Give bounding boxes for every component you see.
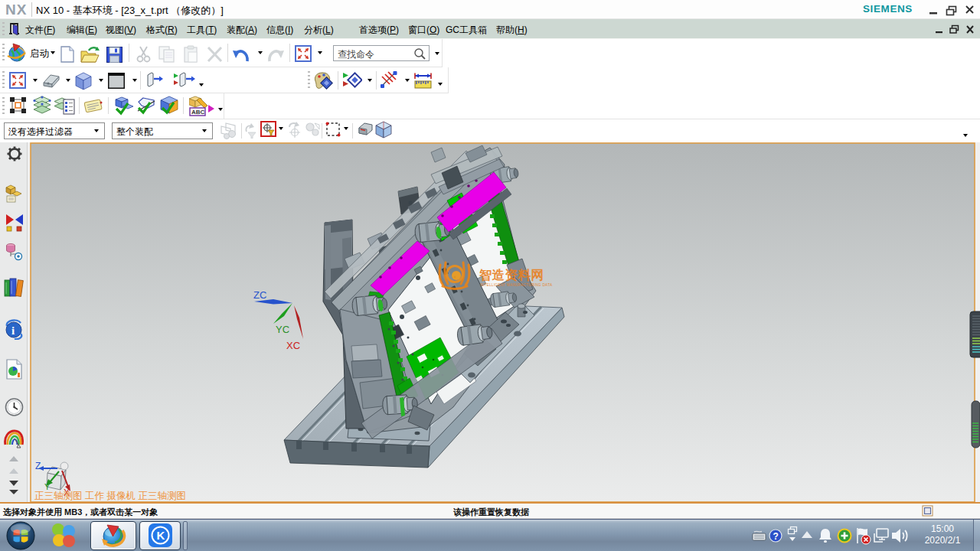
svg-text:XC: XC	[286, 340, 300, 351]
svg-text:INTELLIGENT MANUFACTURING DATA: INTELLIGENT MANUFACTURING DATA	[480, 283, 553, 287]
svg-text:正三轴测图 工作 摄像机 正三轴测图: 正三轴测图 工作 摄像机 正三轴测图	[34, 491, 186, 501]
svg-text:YC: YC	[276, 324, 289, 335]
svg-text:智造资料网: 智造资料网	[479, 268, 544, 282]
svg-text:Z: Z	[35, 461, 41, 471]
svg-text:K: K	[157, 529, 165, 542]
svg-text:i: i	[11, 324, 15, 337]
svg-text:?: ?	[773, 531, 779, 542]
svg-text:ZC: ZC	[253, 289, 266, 301]
svg-text:ABC: ABC	[191, 109, 205, 116]
